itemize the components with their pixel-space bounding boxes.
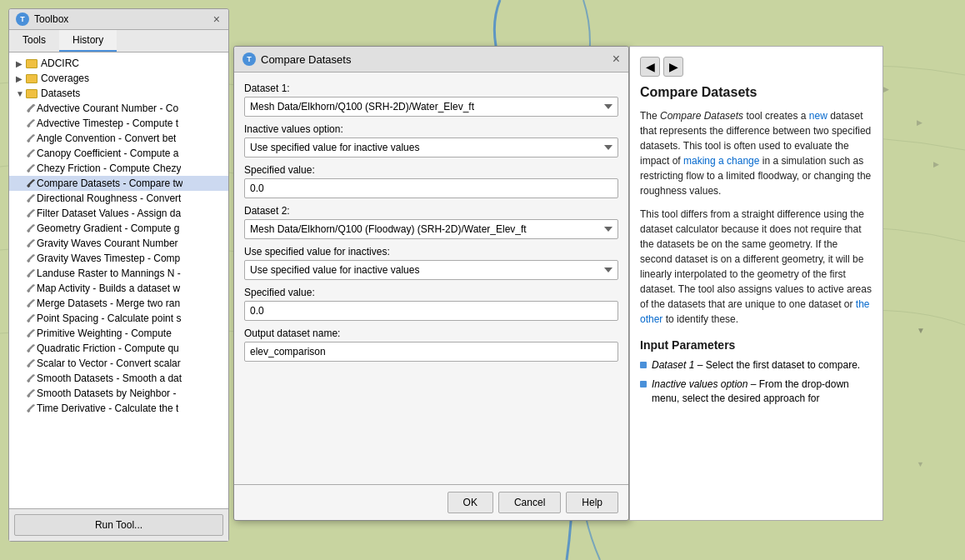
tree-item-smooth-by-neighbor[interactable]: Smooth Datasets by Neighbor - [9, 386, 228, 401]
tree-label: ADCIRC [41, 58, 79, 69]
toolbox-panel: T Toolbox × Tools History ▶ ADCIRC ▶ Cov… [8, 8, 229, 542]
tool-icon [26, 358, 37, 369]
tree-label: Gravity Waves Timestep - Comp [37, 252, 180, 264]
bullet-icon [640, 381, 647, 388]
tree-label: Smooth Datasets by Neighbor - [37, 388, 176, 399]
tree-item-adcirc[interactable]: ▶ ADCIRC [9, 56, 228, 71]
tree-label: Angle Convention - Convert bet [37, 132, 176, 144]
tree-item-filter-dataset[interactable]: Filter Dataset Values - Assign da [9, 206, 228, 221]
dialog-title: Compare Datasets [261, 53, 351, 66]
list-item: Inactive values option – From the drop-d… [640, 378, 872, 406]
dataset2-select[interactable]: Mesh Data/Elkhorn/Q100 (Floodway) (SRH-2… [244, 219, 618, 239]
tab-history[interactable]: History [59, 30, 117, 52]
tree-item-geometry-gradient[interactable]: Geometry Gradient - Compute g [9, 221, 228, 236]
cancel-button[interactable]: Cancel [498, 492, 561, 513]
svg-text:▼: ▼ [917, 460, 924, 468]
tree-item-time-derivative[interactable]: Time Derivative - Calculate the t [9, 401, 228, 416]
tree-item-coverages[interactable]: ▶ Coverages [9, 71, 228, 86]
specified-value1-input[interactable] [244, 178, 618, 198]
svg-text:▼: ▼ [917, 326, 925, 335]
use-specified-label: Use specified value for inactives: [244, 246, 618, 258]
tree-item-angle-convention[interactable]: Angle Convention - Convert bet [9, 131, 228, 146]
param-text: Dataset 1 – Select the first dataset to … [652, 358, 860, 372]
tree-item-canopy-coefficient[interactable]: Canopy Coefficient - Compute a [9, 146, 228, 161]
help-button[interactable]: Help [566, 492, 618, 513]
expand-icon: ▶ [16, 74, 26, 83]
dialog-titlebar: T Compare Datasets × [234, 47, 628, 72]
tree-item-map-activity[interactable]: Map Activity - Builds a dataset w [9, 281, 228, 296]
tool-icon [26, 343, 37, 354]
tree-item-gravity-waves-courant[interactable]: Gravity Waves Courant Number [9, 236, 228, 251]
tool-icon [26, 298, 37, 309]
tree-item-quadratic-friction[interactable]: Quadratic Friction - Compute qu [9, 341, 228, 356]
svg-text:▶: ▶ [883, 85, 889, 93]
tree-label: Gravity Waves Courant Number [37, 238, 178, 249]
tool-icon [26, 238, 37, 249]
tool-icon [26, 103, 37, 114]
tree-label: Directional Roughness - Convert [37, 192, 181, 204]
use-specified-select[interactable]: Use specified value for inactive values [244, 260, 618, 280]
tool-icon [26, 268, 37, 279]
specified-value1-label: Specified value: [244, 164, 618, 176]
tool-icon [26, 148, 37, 159]
dataset1-label: Dataset 1: [244, 82, 618, 94]
tool-icon [26, 388, 37, 399]
help-nav: ◀ ▶ [640, 57, 872, 77]
tool-icon [26, 373, 37, 384]
tree-label: Smooth Datasets - Smooth a dat [37, 372, 182, 384]
tree-item-scalar-to-vector[interactable]: Scalar to Vector - Convert scalar [9, 356, 228, 371]
tree-item-datasets[interactable]: ▼ Datasets [9, 86, 228, 101]
tree-item-smooth-datasets[interactable]: Smooth Datasets - Smooth a dat [9, 371, 228, 386]
help-body: This tool differs from a straight differ… [640, 207, 872, 327]
specified-value2-label: Specified value: [244, 287, 618, 298]
tree-label: Geometry Gradient - Compute g [37, 222, 179, 234]
help-forward-button[interactable]: ▶ [663, 57, 683, 77]
help-back-button[interactable]: ◀ [640, 57, 660, 77]
tree-item-merge-datasets[interactable]: Merge Datasets - Merge two ran [9, 296, 228, 311]
tree-item-primitive-weighting[interactable]: Primitive Weighting - Compute [9, 326, 228, 341]
tool-icon [26, 208, 37, 219]
dialog-body: Dataset 1: Mesh Data/Elkhorn/Q100 (SRH-2… [234, 72, 628, 484]
tool-icon [26, 403, 37, 414]
inactive-values-select[interactable]: Use specified value for inactive values [244, 138, 618, 158]
folder-icon [26, 59, 38, 68]
help-params-list: Dataset 1 – Select the first dataset to … [640, 358, 872, 410]
tree-label: Merge Datasets - Merge two ran [37, 298, 180, 309]
tree-label: Primitive Weighting - Compute [37, 328, 172, 339]
tree-item-advective-timestep[interactable]: Advective Timestep - Compute t [9, 116, 228, 131]
bullet-icon [640, 362, 647, 368]
tree-item-point-spacing[interactable]: Point Spacing - Calculate point s [9, 311, 228, 326]
tool-icon [26, 328, 37, 339]
help-intro: The Compare Datasets tool creates a new … [640, 108, 872, 198]
expand-icon: ▼ [16, 89, 26, 98]
ok-button[interactable]: OK [448, 492, 493, 513]
dataset2-label: Dataset 2: [244, 205, 618, 217]
toolbox-titlebar-left: T Toolbox [16, 12, 68, 26]
tree-item-landuse-raster[interactable]: Landuse Raster to Mannings N - [9, 266, 228, 281]
output-name-label: Output dataset name: [244, 328, 618, 339]
svg-text:▶: ▶ [917, 118, 922, 127]
tree-label: Point Spacing - Calculate point s [37, 312, 181, 324]
tool-icon [26, 283, 37, 294]
tab-tools[interactable]: Tools [9, 30, 59, 52]
output-name-input[interactable] [244, 342, 618, 362]
tree-label: Landuse Raster to Mannings N - [37, 268, 181, 279]
toolbox-footer: Run Tool... [9, 508, 228, 541]
toolbox-close-button[interactable]: × [212, 12, 222, 26]
toolbox-titlebar: T Toolbox × [9, 9, 228, 30]
tree-item-gravity-waves-timestep[interactable]: Gravity Waves Timestep - Comp [9, 251, 228, 266]
tree-item-directional-roughness[interactable]: Directional Roughness - Convert [9, 191, 228, 206]
tree-label: Canopy Coefficient - Compute a [37, 148, 179, 159]
run-tool-button[interactable]: Run Tool... [14, 514, 223, 536]
tree-item-advective-courant[interactable]: Advective Courant Number - Co [9, 101, 228, 116]
specified-value2-input[interactable] [244, 301, 618, 321]
tree-item-chezy-friction[interactable]: Chezy Friction - Compute Chezy [9, 161, 228, 176]
tree-label: Scalar to Vector - Convert scalar [37, 358, 181, 369]
svg-text:▶: ▶ [933, 160, 939, 168]
tree-label: Chezy Friction - Compute Chezy [37, 162, 181, 174]
inactive-values-label: Inactive values option: [244, 123, 618, 135]
dataset1-select[interactable]: Mesh Data/Elkhorn/Q100 (SRH-2D)/Water_El… [244, 97, 618, 117]
tree-item-compare-datasets[interactable]: Compare Datasets - Compare tw [9, 176, 228, 191]
dialog-close-button[interactable]: × [612, 52, 620, 67]
dialog-icon: T [242, 52, 256, 66]
